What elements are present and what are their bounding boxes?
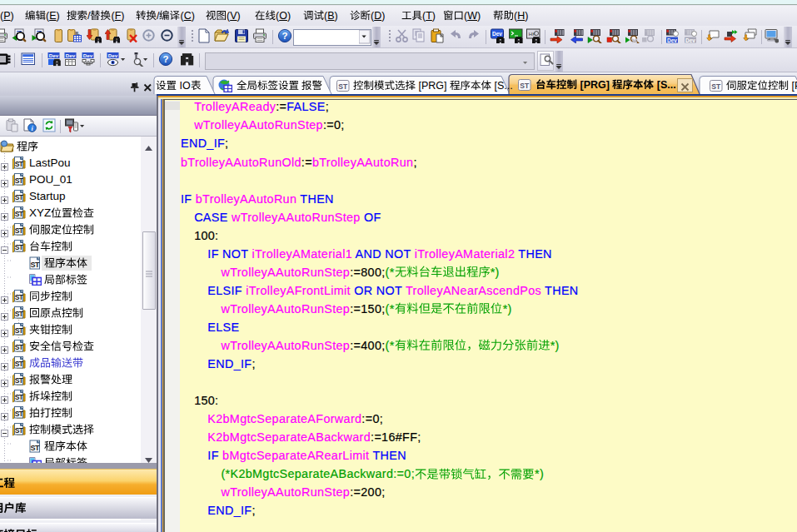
svg-text:ST: ST [15,226,24,235]
svg-text:ST: ST [15,343,24,351]
svg-text:ST: ST [15,293,24,301]
svg-text:Dev: Dev [83,52,93,58]
svg-text:Dev: Dev [492,31,502,37]
svg-text:ST: ST [15,410,24,418]
svg-text:ST: ST [15,360,24,368]
svg-text:?: ? [281,31,287,41]
svg-text:ST: ST [31,261,41,269]
svg-text:ST: ST [15,193,24,201]
svg-text:Dev: Dev [685,37,695,43]
svg-text:Dev: Dev [66,52,76,58]
svg-text:ST: ST [520,82,530,90]
svg-text:ST: ST [15,393,24,401]
svg-text:ST: ST [15,326,24,335]
svg-text:ST: ST [15,426,24,435]
svg-text:ST: ST [15,160,24,168]
svg-text:?: ? [162,54,168,64]
svg-text:Dev: Dev [49,52,59,58]
svg-text:Dev: Dev [667,37,677,43]
svg-text:ST: ST [31,444,41,452]
svg-text:ST: ST [15,243,24,251]
svg-text:ST: ST [338,82,348,91]
svg-text:ST: ST [15,210,24,218]
svg-text:Dev: Dev [108,52,118,58]
svg-text:ST: ST [15,310,24,318]
svg-text:ST: ST [15,177,24,185]
svg-text:IL: IL [76,31,81,36]
svg-text:ST: ST [711,82,721,91]
svg-text:ST: ST [15,376,24,385]
